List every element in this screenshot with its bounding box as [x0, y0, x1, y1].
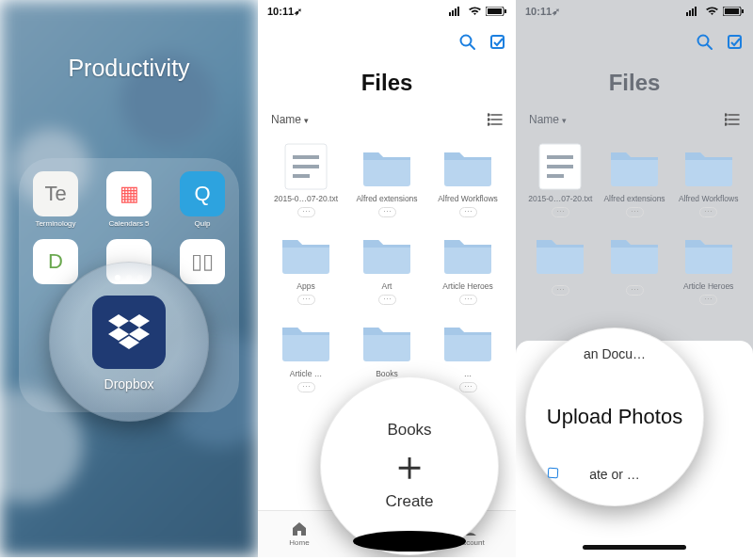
dropbox-app-icon[interactable] — [92, 296, 166, 369]
svg-rect-11 — [505, 9, 506, 13]
app-label: Quip — [195, 219, 211, 228]
more-icon[interactable]: ⋯ — [459, 382, 477, 392]
svg-rect-7 — [455, 8, 457, 16]
more-icon[interactable]: ⋯ — [699, 207, 717, 217]
svg-point-20 — [488, 123, 489, 125]
sort-button[interactable]: Name▾ — [529, 113, 567, 126]
file-name: 2015-0…07-20.txt — [268, 194, 344, 203]
more-icon[interactable]: ⋯ — [459, 207, 477, 217]
app-calendars-5[interactable]: ▦Calendars 5 — [106, 171, 152, 228]
wifi-icon — [705, 7, 719, 16]
more-icon[interactable]: ⋯ — [626, 285, 644, 296]
more-icon[interactable]: ⋯ — [378, 207, 396, 217]
status-bar: 10:11➶ — [516, 0, 753, 19]
select-icon[interactable] — [727, 34, 744, 51]
list-view-icon[interactable] — [488, 113, 503, 126]
svg-line-36 — [707, 44, 712, 49]
file-item[interactable]: Article Heroes⋯ — [430, 227, 505, 305]
dropbox-glyph-icon — [108, 314, 150, 350]
file-item[interactable]: Alfred Workflows⋯ — [430, 139, 505, 217]
more-icon[interactable]: ⋯ — [297, 295, 315, 305]
file-item[interactable]: Alfred Workflows⋯ — [671, 139, 745, 217]
upload-photos-label[interactable]: Upload Photos — [547, 405, 682, 429]
spotlight-dropbox: Dropbox — [49, 262, 209, 422]
svg-point-43 — [725, 123, 727, 125]
status-time: 10:11➶ — [525, 6, 560, 18]
more-icon[interactable]: ⋯ — [297, 382, 315, 392]
file-item[interactable]: Article …⋯ — [268, 314, 344, 392]
home-icon — [291, 521, 308, 536]
file-item[interactable]: Apps⋯ — [268, 227, 344, 305]
sheet-hint-create: ate or … — [589, 467, 640, 482]
folder-page-dots[interactable] — [49, 275, 209, 280]
sort-button[interactable]: Name▾ — [271, 113, 309, 126]
svg-point-18 — [488, 114, 489, 116]
file-name: Alfred extensions — [349, 194, 425, 203]
folder-icon — [360, 145, 413, 188]
more-icon[interactable]: ⋯ — [459, 295, 477, 305]
file-name: Alfred Workflows — [430, 194, 505, 203]
signal-icon — [449, 7, 464, 16]
svg-rect-30 — [692, 8, 694, 16]
file-name: Apps — [268, 281, 344, 291]
file-item[interactable]: Alfred extensions⋯ — [598, 139, 672, 217]
plus-icon[interactable]: ＋ — [389, 445, 430, 487]
file-name: Article … — [268, 369, 344, 378]
file-name: Alfred Workflows — [671, 194, 745, 203]
select-icon[interactable] — [489, 34, 506, 51]
svg-rect-28 — [686, 12, 688, 16]
svg-point-41 — [725, 114, 727, 116]
file-item[interactable]: ⋯ — [598, 227, 672, 305]
file-name: Alfred extensions — [598, 194, 672, 203]
page-title: Files — [258, 70, 516, 96]
chevron-down-icon: ▾ — [304, 116, 309, 125]
checkbox-icon — [548, 468, 559, 479]
panel-ios-folder: Productivity TeTerminology▦Calendars 5QQ… — [0, 0, 258, 557]
folder-icon — [441, 232, 494, 276]
folder-icon — [682, 145, 735, 188]
file-item[interactable]: 2015-0…07-20.txt⋯ — [523, 139, 598, 217]
more-icon[interactable]: ⋯ — [297, 207, 315, 217]
file-item[interactable]: Article Heroes⋯ — [671, 227, 745, 305]
file-name: 2015-0…07-20.txt — [523, 194, 598, 203]
app-icon: Te — [33, 171, 78, 216]
folder-title: Productivity — [0, 55, 258, 82]
folder-icon — [534, 232, 586, 276]
tab-home[interactable]: Home — [289, 521, 309, 547]
home-indicator[interactable] — [583, 545, 686, 550]
more-icon[interactable]: ⋯ — [626, 207, 644, 217]
sheet-hint-scan: an Docu… — [584, 346, 646, 361]
file-item[interactable]: ⋯ — [523, 227, 598, 305]
list-view-icon[interactable] — [725, 113, 740, 126]
svg-rect-33 — [725, 8, 739, 14]
file-item[interactable]: Alfred extensions⋯ — [349, 139, 425, 217]
folder-icon — [280, 320, 332, 363]
app-terminology[interactable]: TeTerminology — [33, 171, 78, 228]
dropbox-app-label: Dropbox — [104, 376, 154, 392]
svg-rect-29 — [689, 10, 691, 16]
battery-icon — [486, 7, 506, 16]
search-icon[interactable] — [459, 34, 476, 51]
files-grid: 2015-0…07-20.txt⋯Alfred extensions⋯Alfre… — [516, 139, 753, 341]
document-icon — [281, 142, 330, 191]
svg-rect-10 — [488, 8, 502, 14]
file-name: Article Heroes — [430, 281, 505, 291]
svg-rect-34 — [742, 9, 744, 13]
wifi-icon — [468, 7, 482, 16]
more-icon[interactable]: ⋯ — [699, 295, 717, 305]
more-icon[interactable]: ⋯ — [552, 207, 569, 217]
file-item[interactable]: Art⋯ — [349, 227, 425, 305]
page-title: Files — [516, 70, 753, 96]
app-quip[interactable]: QQuip — [180, 171, 225, 228]
file-item[interactable]: 2015-0…07-20.txt⋯ — [268, 139, 344, 217]
battery-icon — [723, 7, 744, 16]
svg-rect-37 — [729, 36, 741, 48]
app-label: Calendars 5 — [108, 219, 149, 228]
svg-rect-31 — [695, 7, 697, 16]
signal-icon — [686, 7, 701, 16]
search-icon[interactable] — [697, 34, 713, 51]
file-item[interactable]: …⋯ — [430, 314, 505, 392]
more-icon[interactable]: ⋯ — [378, 295, 396, 305]
app-icon: Q — [180, 171, 225, 216]
more-icon[interactable]: ⋯ — [552, 285, 569, 296]
